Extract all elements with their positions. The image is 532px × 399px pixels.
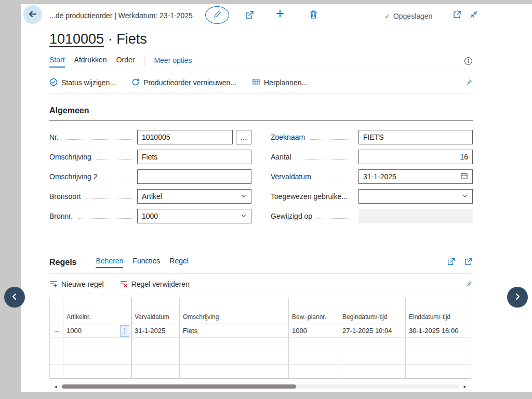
scroll-left-arrow[interactable]: ◄ (49, 384, 62, 389)
vervaldatum-input[interactable]: 31-1-2025 (358, 169, 473, 184)
table-row: → 1000 ⋮ 31-1-2025 Fiets 1000 27-1-2025 … (50, 324, 471, 338)
info-button[interactable] (464, 57, 473, 67)
herplannen-action[interactable]: Herplannen... (252, 78, 308, 88)
zoeknaam-input[interactable]: FIETS (358, 130, 473, 144)
dotted-leader (78, 218, 132, 219)
nieuwe-regel-action[interactable]: Nieuwe regel (49, 280, 104, 289)
bronnr-select[interactable]: 1000 (137, 209, 251, 223)
column-header[interactable]: Omschrijving (180, 298, 289, 324)
tab-functies[interactable]: Functies (132, 257, 160, 268)
action-label: Productieorder vernieuwen... (143, 78, 236, 87)
page-content: 1010005 · Fiets Start Afdrukken Order Me… (21, 31, 532, 390)
field-label: Vervaldatum (271, 172, 311, 181)
field-label: Zoeknaam (271, 133, 305, 141)
row-arrow-icon: → (53, 327, 60, 335)
collapse-view-button[interactable] (469, 10, 478, 21)
vernieuwen-action[interactable]: Productieorder vernieuwen... (131, 78, 236, 88)
tab-order[interactable]: Order (116, 56, 135, 68)
cell-bew-plannr[interactable]: 1000 (289, 324, 339, 338)
field-omschrijving: Omschrijving Fiets (49, 150, 251, 164)
share-icon (446, 257, 456, 268)
calendar-icon[interactable] (460, 172, 468, 181)
record-number-link[interactable]: 1010005 (49, 31, 104, 47)
tab-regel[interactable]: Regel (169, 257, 189, 268)
cell-omschrijving[interactable]: Fiets (180, 324, 289, 338)
field-vervaldatum: Vervaldatum 31-1-2025 (271, 169, 473, 184)
save-status-label: Opgeslagen (393, 12, 433, 20)
horizontal-scrollbar[interactable]: ◄ ► (49, 383, 471, 390)
share-button[interactable] (244, 10, 255, 22)
next-record-button[interactable] (507, 287, 528, 308)
nr-input[interactable]: 1010005 (137, 130, 233, 144)
pencil-icon (214, 10, 221, 20)
popout-icon (464, 257, 473, 268)
field-bronsoort: Bronsoort Artikel (49, 189, 251, 204)
plus-icon: + (276, 7, 284, 21)
scrollbar-thumb[interactable] (62, 384, 296, 389)
tab-afdrukken[interactable]: Afdrukken (74, 56, 107, 68)
bronsoort-select[interactable]: Artikel (137, 189, 251, 204)
cell-artikelnr[interactable]: 1000 ⋮ (63, 324, 131, 338)
field-aantal: Aantal 16 (271, 150, 473, 164)
field-label: Gewijzigd op (271, 212, 312, 220)
table-row-empty (50, 351, 471, 365)
lines-heading[interactable]: Regels (49, 258, 76, 267)
tab-beheren[interactable]: Beheren (96, 257, 123, 268)
lines-ribbon: Nieuwe regel Regel verwijderen (49, 273, 473, 295)
delete-line-icon (119, 280, 128, 289)
column-header[interactable]: Vervaldatum (131, 298, 180, 324)
field-label: Toegewezen gebruike... (271, 192, 348, 201)
cell-begindatum[interactable]: 27-1-2025 10:04 (339, 324, 406, 338)
dotted-leader (297, 159, 353, 159)
scrollbar-track[interactable] (62, 384, 459, 389)
share-lines-button[interactable] (446, 257, 456, 268)
status-wijzigen-action[interactable]: Status wijzigen... (49, 78, 116, 88)
field-label: Nr. (49, 133, 59, 141)
open-lines-button[interactable] (464, 257, 473, 268)
new-line-icon (49, 280, 58, 289)
assist-edit-button[interactable]: … (236, 130, 251, 144)
field-omschrijving-2: Omschrijving 2 (49, 169, 251, 184)
chevron-down-icon (241, 192, 247, 201)
regel-verwijderen-action[interactable]: Regel verwijderen (119, 280, 190, 289)
record-name: Fiets (116, 31, 147, 47)
back-button[interactable] (23, 5, 42, 24)
toegewezen-select[interactable] (358, 189, 473, 204)
info-icon (464, 57, 473, 67)
dotted-leader (97, 159, 132, 159)
edit-button[interactable] (205, 6, 229, 24)
open-in-window-button[interactable] (453, 10, 462, 21)
lines-header: Regels Beheren Functies Regel (49, 257, 473, 268)
cell-vervaldatum[interactable]: 31-1-2025 (131, 324, 180, 338)
field-label: Omschrijving (49, 153, 91, 161)
dotted-leader (317, 218, 353, 219)
row-options-button[interactable]: ⋮ (120, 325, 129, 337)
pin-lines-button[interactable] (464, 280, 473, 289)
previous-record-button[interactable] (4, 287, 25, 308)
scroll-right-arrow[interactable]: ► (459, 384, 471, 389)
tab-start[interactable]: Start (49, 56, 65, 68)
field-nr: Nr. 1010005 … (49, 130, 251, 144)
new-record-button[interactable]: + (276, 7, 284, 21)
section-heading-algemeen[interactable]: Algemeen (49, 106, 473, 121)
dotted-leader (86, 198, 132, 199)
column-header[interactable]: Artikelnr. (63, 298, 131, 324)
column-header[interactable]: Begindatum/-tijd (339, 298, 406, 324)
refresh-icon (131, 78, 140, 88)
omschrijving-input[interactable]: Fiets (137, 150, 251, 164)
action-menu: Start Afdrukken Order Meer opties (49, 56, 473, 68)
selector-column-header (50, 298, 63, 324)
aantal-input[interactable]: 16 (358, 150, 473, 164)
more-options-button[interactable]: Meer opties (154, 56, 192, 67)
pin-actionbar-button[interactable] (464, 78, 473, 88)
save-status: ✓ Opgeslagen (384, 12, 432, 20)
delete-record-button[interactable] (309, 9, 318, 21)
kebab-icon: ⋮ (122, 327, 128, 335)
trash-icon (309, 9, 318, 21)
column-header[interactable]: Einddatum/-tijd (406, 298, 471, 324)
chevron-left-icon (11, 293, 18, 302)
column-header[interactable]: Bew.-plannr. (289, 298, 339, 324)
share-icon (244, 10, 255, 22)
omschrijving-2-input[interactable] (137, 169, 251, 184)
cell-einddatum[interactable]: 30-1-2025 16:00 (406, 324, 471, 338)
